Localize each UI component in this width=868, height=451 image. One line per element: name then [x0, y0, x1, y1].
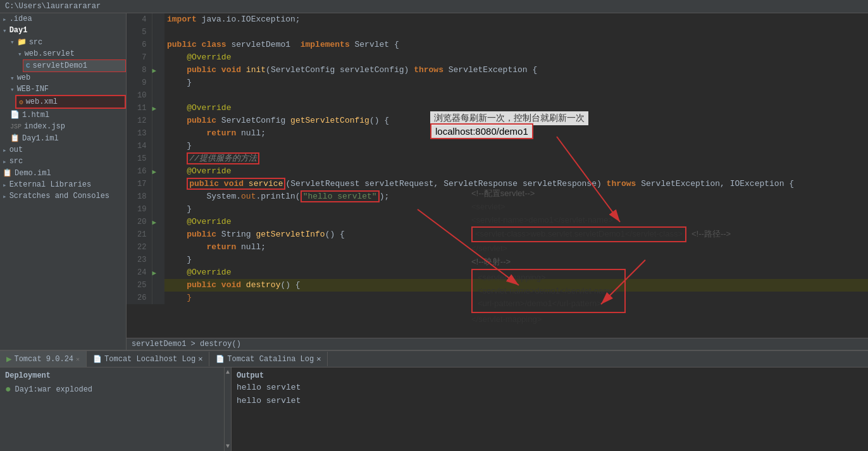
table-row: 7 @Override — [127, 51, 868, 64]
annotation-localhost: localhost:8080/demo1 — [430, 126, 533, 137]
sidebar-item-iml[interactable]: 📋 Day1.iml — [0, 132, 126, 144]
xml-servlet-mapping: <servlet-mapping> — [478, 271, 619, 285]
line-number: 16 — [127, 165, 152, 178]
gutter — [152, 241, 164, 254]
table-row: 8 ▶ public void init(ServletConfig servl… — [127, 64, 868, 77]
sidebar-label: WEB-INF — [17, 85, 49, 94]
code-line — [164, 89, 868, 102]
sidebar-item-web-servlet[interactable]: ▾ web.servlet — [0, 48, 126, 59]
folder-icon: ▾ — [10, 38, 15, 46]
editor-wrapper: 4 import java.io.IOException; 5 6 — [127, 13, 868, 350]
xml-servlet-name: <servlet-name>demo1</servlet-name> — [471, 214, 731, 227]
table-row: 6 public class servletDemo1 implements S… — [127, 39, 868, 51]
sidebar-label: servletDemo1 — [33, 61, 87, 70]
code-line: public class servletDemo1 implements Ser… — [164, 39, 868, 51]
sidebar-label: index.jsp — [24, 122, 65, 131]
xml-mapping-name: <servlet-name>demo1</servlet-name> — [478, 285, 619, 298]
xml-mapping-close: </servlet-mapping> — [471, 313, 731, 326]
sidebar-item-scratches[interactable]: ▸ Scratches and Consoles — [0, 190, 126, 202]
xml-servlet-class: <servlet-class>web.servlet.servletDemo1<… — [471, 226, 686, 242]
sidebar-label: src — [9, 157, 23, 166]
table-row: 14 } — [127, 140, 868, 152]
bottom-panel: ▶ Tomcat 9.0.24 ✕ 📄 Tomcat Localhost Log… — [0, 350, 868, 451]
gutter — [152, 292, 164, 304]
close-icon[interactable]: ✕ — [316, 354, 321, 364]
gutter — [152, 203, 164, 216]
sidebar-item-ext-libs[interactable]: ▸ External Libraries — [0, 179, 126, 190]
line-number: 8 — [127, 64, 152, 77]
sidebar-item-out[interactable]: ▸ out — [0, 144, 126, 156]
line-number: 7 — [127, 51, 152, 64]
table-row: 10 — [127, 89, 868, 102]
sidebar-label: web.servlet — [25, 49, 75, 58]
tabs-bar[interactable]: ▶ Tomcat 9.0.24 ✕ 📄 Tomcat Localhost Log… — [0, 351, 868, 368]
folder-icon: ▸ — [3, 158, 7, 166]
gutter — [152, 190, 164, 203]
sidebar-item-day1[interactable]: ▾ Day1 — [0, 25, 126, 36]
gutter — [152, 114, 164, 127]
folder-icon: ▾ — [18, 50, 22, 58]
line-number: 5 — [127, 26, 152, 39]
sidebar-label: Day1.iml — [22, 134, 59, 143]
gutter — [152, 26, 164, 39]
folder-open-icon: ▾ — [3, 27, 7, 35]
scroll-controls[interactable]: ▲ ▼ — [225, 368, 232, 451]
close-icon[interactable]: ✕ — [198, 354, 202, 364]
line-number: 13 — [127, 127, 152, 140]
sidebar-item-webxml[interactable]: ⚙ web.xml — [15, 95, 126, 109]
xml-comment-path: <!--路径--> — [691, 228, 731, 241]
output-line-2: hello servlet — [237, 395, 863, 408]
project-sidebar[interactable]: ▸ .idea ▾ Day1 ▾ 📁 src ▾ web.servlet C s… — [0, 13, 127, 350]
line-number: 22 — [127, 241, 152, 254]
sidebar-label: out — [9, 145, 23, 154]
gutter — [152, 13, 164, 26]
path-text: C:\Users\laurarararar — [5, 2, 101, 11]
sidebar-item-web[interactable]: ▾ web — [0, 72, 126, 83]
xml-url-pattern: <url-pattern>/demo1</url-pattern> — [478, 297, 619, 311]
close-icon[interactable]: ✕ — [76, 355, 80, 363]
line-number: 25 — [127, 279, 152, 292]
line-number: 19 — [127, 203, 152, 216]
line-number: 23 — [127, 254, 152, 266]
line-number: 10 — [127, 89, 152, 102]
sidebar-item-webinf[interactable]: ▾ WEB-INF — [0, 83, 126, 95]
folder-icon: ▾ — [10, 74, 15, 82]
gutter — [152, 279, 164, 292]
run-indicator: ▶ — [152, 168, 157, 176]
sidebar-label: web — [17, 73, 31, 82]
gutter: ▶ — [152, 216, 164, 228]
tab-localhost-log[interactable]: 📄 Tomcat Localhost Log ✕ — [87, 352, 209, 366]
sidebar-item-jsp[interactable]: JSP index.jsp — [0, 121, 126, 132]
folder-icon: ▸ — [3, 192, 7, 201]
line-number: 14 — [127, 140, 152, 152]
code-line: //提供服务的方法 — [164, 152, 868, 165]
code-line — [164, 26, 868, 39]
tab-label: Tomcat 9.0.24 — [14, 355, 73, 364]
sidebar-label: 1.html — [22, 111, 49, 120]
gutter — [152, 140, 164, 152]
sidebar-item-src2[interactable]: ▸ src — [0, 156, 126, 167]
line-number: 9 — [127, 77, 152, 89]
xml-mapping-comment: <!--映射--> — [471, 256, 731, 269]
folder-icon-src: 📁 — [17, 37, 27, 47]
sidebar-item-servletdemo1[interactable]: C servletDemo1 — [23, 59, 126, 72]
line-number: 24 — [127, 266, 152, 279]
line-number: 12 — [127, 114, 152, 127]
sidebar-item-src[interactable]: ▾ 📁 src — [0, 36, 126, 48]
path-bar: C:\Users\laurarararar — [0, 0, 868, 13]
folder-icon: ▸ — [3, 181, 7, 189]
sidebar-item-idea[interactable]: ▸ .idea — [0, 13, 126, 25]
scroll-up-button[interactable]: ▲ — [226, 369, 230, 376]
sidebar-item-html[interactable]: 📄 1.html — [0, 109, 126, 121]
line-number: 15 — [127, 152, 152, 165]
sidebar-item-demo-iml[interactable]: 📋 Demo.iml — [0, 167, 126, 179]
line-number: 26 — [127, 292, 152, 304]
gutter: ▶ — [152, 266, 164, 279]
tab-tomcat[interactable]: ▶ Tomcat 9.0.24 ✕ — [0, 351, 87, 367]
line-number: 4 — [127, 13, 152, 26]
scroll-down-button[interactable]: ▼ — [226, 443, 230, 450]
sidebar-label: web.xml — [26, 97, 58, 106]
tab-catalina-log[interactable]: 📄 Tomcat Catalina Log ✕ — [209, 352, 328, 366]
code-editor[interactable]: 4 import java.io.IOException; 5 6 — [127, 13, 868, 338]
log-icon: 📄 — [93, 355, 102, 363]
